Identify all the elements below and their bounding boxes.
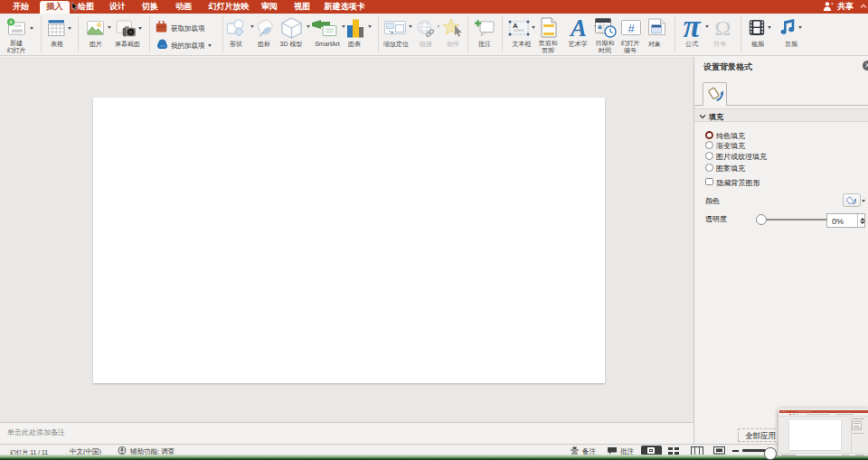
svg-text:#: # bbox=[627, 22, 635, 35]
svg-text:π: π bbox=[683, 17, 701, 38]
svg-text:A: A bbox=[513, 22, 518, 30]
svg-text:Ω: Ω bbox=[715, 18, 731, 38]
svg-text:A: A bbox=[569, 18, 587, 38]
